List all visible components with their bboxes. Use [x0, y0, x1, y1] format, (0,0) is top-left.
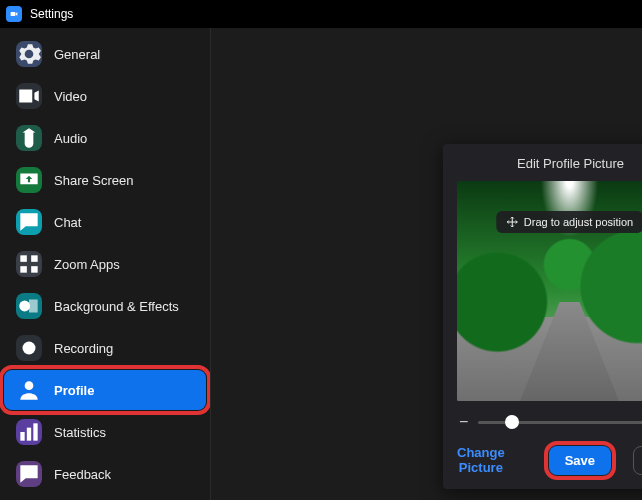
drag-hint-text: Drag to adjust position	[524, 216, 633, 228]
sidebar-item-statistics[interactable]: Statistics	[4, 412, 206, 452]
svg-point-7	[25, 381, 34, 390]
modal-title: Edit Profile Picture	[457, 156, 642, 171]
sidebar-item-video[interactable]: Video	[4, 76, 206, 116]
sidebar-item-chat[interactable]: Chat	[4, 202, 206, 242]
svg-point-4	[19, 301, 30, 312]
move-icon	[506, 216, 518, 228]
zoom-slider-row: − +	[459, 413, 642, 431]
svg-rect-9	[27, 428, 31, 441]
svg-rect-8	[20, 432, 24, 441]
titlebar: Settings	[0, 0, 642, 28]
sidebar-item-feedback[interactable]: Feedback	[4, 454, 206, 494]
sidebar-item-background-effects[interactable]: Background & Effects	[4, 286, 206, 326]
picture-preview[interactable]: Drag to adjust position	[457, 181, 642, 401]
cancel-button[interactable]: Cancel	[633, 446, 642, 475]
sidebar-item-label: General	[54, 47, 100, 62]
recording-icon	[16, 335, 42, 361]
sidebar-item-label: Audio	[54, 131, 87, 146]
window-title: Settings	[30, 7, 73, 21]
svg-rect-2	[20, 266, 26, 273]
sidebar-item-label: Chat	[54, 215, 81, 230]
edit-profile-picture-modal: Edit Profile Picture Drag to adjust posi…	[443, 144, 642, 489]
sidebar-item-share-screen[interactable]: Share Screen	[4, 160, 206, 200]
sidebar-item-recording[interactable]: Recording	[4, 328, 206, 368]
svg-rect-5	[29, 300, 38, 313]
sidebar-item-label: Background & Effects	[54, 299, 179, 314]
svg-rect-0	[20, 255, 26, 262]
content-pane: Argentina ion ures Edit Profile Picture …	[210, 28, 642, 500]
sidebar-item-zoom-apps[interactable]: Zoom Apps	[4, 244, 206, 284]
share-icon	[16, 167, 42, 193]
drag-hint: Drag to adjust position	[496, 211, 642, 233]
change-picture-button[interactable]: Change Picture	[457, 445, 505, 475]
app-icon	[6, 6, 22, 22]
zoom-thumb[interactable]	[505, 415, 519, 429]
sidebar-item-keyboard-shortcuts[interactable]: Keyboard Shortcuts	[4, 496, 206, 500]
svg-rect-10	[33, 423, 37, 440]
sidebar-item-label: Feedback	[54, 467, 111, 482]
sidebar-item-label: Recording	[54, 341, 113, 356]
gear-icon	[16, 41, 42, 67]
video-icon	[16, 83, 42, 109]
sidebar-item-label: Statistics	[54, 425, 106, 440]
settings-sidebar: GeneralVideoAudioShare ScreenChatZoom Ap…	[0, 28, 210, 500]
sidebar-item-label: Profile	[54, 383, 94, 398]
zoom-out-icon[interactable]: −	[459, 413, 468, 431]
chat-icon	[16, 209, 42, 235]
profile-icon	[16, 377, 42, 403]
feedback-icon	[16, 461, 42, 487]
bgfx-icon	[16, 293, 42, 319]
save-button[interactable]: Save	[549, 446, 611, 475]
sidebar-item-general[interactable]: General	[4, 34, 206, 74]
apps-icon	[16, 251, 42, 277]
svg-point-6	[23, 342, 36, 355]
sidebar-item-label: Video	[54, 89, 87, 104]
sidebar-item-audio[interactable]: Audio	[4, 118, 206, 158]
audio-icon	[16, 125, 42, 151]
svg-rect-1	[31, 255, 37, 262]
zoom-slider[interactable]	[478, 421, 642, 424]
svg-rect-3	[31, 266, 37, 273]
sidebar-item-label: Zoom Apps	[54, 257, 120, 272]
sidebar-item-label: Share Screen	[54, 173, 134, 188]
stats-icon	[16, 419, 42, 445]
sidebar-item-profile[interactable]: Profile	[4, 370, 206, 410]
